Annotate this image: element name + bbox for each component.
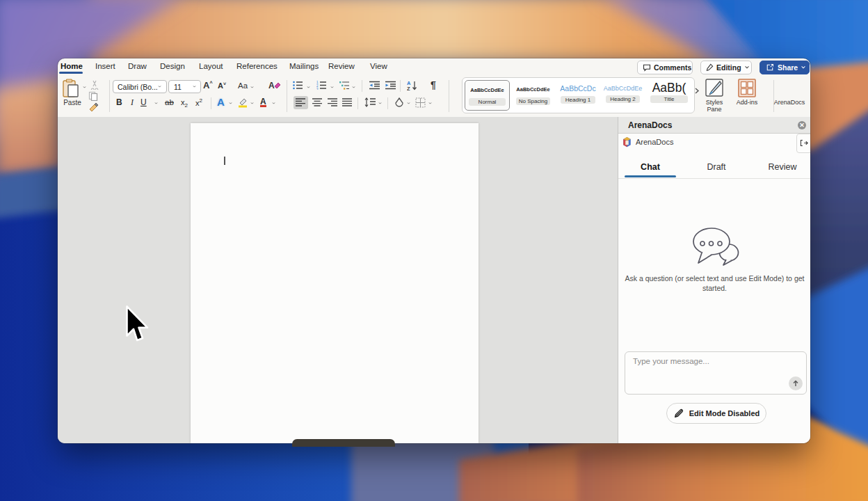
svg-text:3: 3 <box>316 88 319 90</box>
svg-text:Z: Z <box>407 86 410 91</box>
